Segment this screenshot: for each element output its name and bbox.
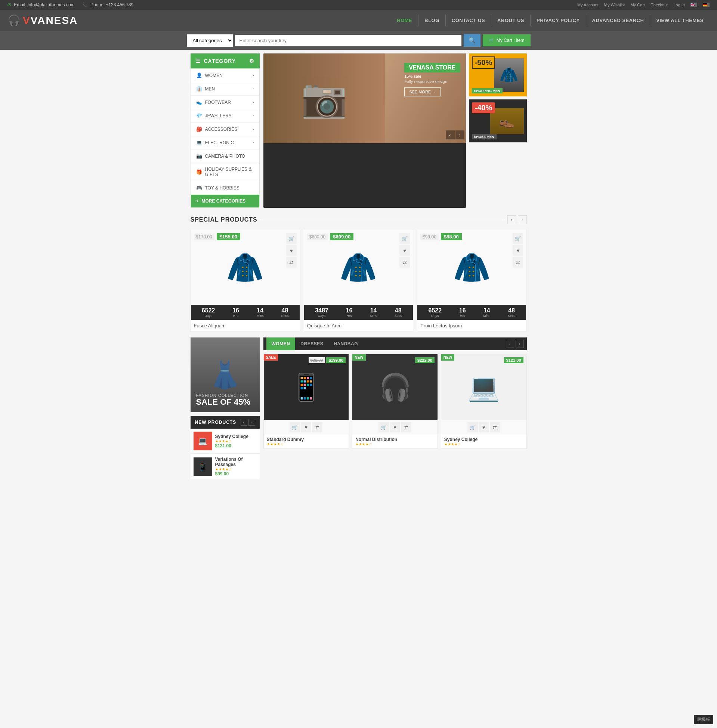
cart-button[interactable]: 🛒 My Cart : item <box>483 34 531 46</box>
sidebar-item-camera[interactable]: 📷CAMERA & PHOTO <box>191 150 259 163</box>
product-name-1: Fusce Aliquam <box>194 323 297 328</box>
countdown-row-1: 6522Days 16Hrs 14Mins 48Secs <box>193 307 297 317</box>
new-products-title: NEW PRODUCTS <box>195 420 236 425</box>
sidebar-label-holiday: HOLIDAY SUPPLIES & GIFTS <box>205 167 254 177</box>
product-price-area-2: $800.00 $699.00 <box>307 233 354 240</box>
add-to-cart-btn-2[interactable]: 🛒 <box>400 233 410 244</box>
checkout-link[interactable]: Checkout <box>650 3 668 7</box>
add-to-cart-btn-1[interactable]: 🛒 <box>286 233 297 244</box>
women-icon: 👤 <box>196 73 202 78</box>
new-products-prev-btn[interactable]: ‹ <box>241 419 247 426</box>
new-product-stars-1: ★★★★☆ <box>215 439 257 443</box>
nav-blog[interactable]: BLOG <box>418 15 446 26</box>
tabbed-info-2: Normal Distribution ★★★★☆ <box>352 435 438 449</box>
sidebar-item-electronic[interactable]: 💻ELECTRONIC › <box>191 136 259 150</box>
tabbed-product-2: NEW $222.00 🎧 🛒 ♥ ⇄ Normal Distribution … <box>352 354 438 449</box>
bottom-layout: 👗 FASHION COLLECTION SALE OF 45% NEW PRO… <box>191 337 527 480</box>
my-wishlist-link[interactable]: My Wishlist <box>604 3 625 7</box>
logo[interactable]: 🎧 VVANESA <box>8 14 78 26</box>
more-categories-label: MORE CATEGORIES <box>202 198 246 204</box>
banner-shopping-men[interactable]: -50% 🧥 SHOPPING MEN <box>469 53 527 96</box>
search-input[interactable] <box>235 35 461 46</box>
chevron-right-icon-3: › <box>253 100 254 104</box>
product-old-price-3: $99.00 <box>420 234 439 240</box>
slider-see-more-button[interactable]: SEE MORE → <box>404 87 441 96</box>
compare-btn-1[interactable]: ⇄ <box>286 257 297 267</box>
flag-de[interactable]: 🇩🇪 <box>703 3 709 7</box>
my-cart-link[interactable]: My Cart <box>630 3 645 7</box>
tabbed-info-1: Standard Dummy ★★★★☆ <box>264 435 349 449</box>
nav-home[interactable]: HOME <box>391 15 418 26</box>
my-account-link[interactable]: My Account <box>577 3 598 7</box>
add-to-cart-btn-3[interactable]: 🛒 <box>513 233 523 244</box>
sidebar-item-men[interactable]: 👔MEN › <box>191 82 259 96</box>
discount-badge-shoes: -40% <box>472 102 496 113</box>
special-next-button[interactable]: › <box>518 215 527 224</box>
sidebar-label-toy: TOY & HOBBIES <box>205 185 240 191</box>
tabbed-wish-btn-1[interactable]: ♥ <box>301 422 311 432</box>
nav-contact[interactable]: CONTACT US <box>446 15 491 26</box>
product-img-coat-3: 🧥 <box>453 250 491 285</box>
sidebar-item-toy[interactable]: 🎮TOY & HOBBIES <box>191 181 259 195</box>
sidebar-item-holiday[interactable]: 🎁HOLIDAY SUPPLIES & GIFTS <box>191 163 259 181</box>
category-select[interactable]: All categories <box>187 34 233 47</box>
banner-shoes-men[interactable]: -40% 👞 SHOES MEN <box>469 99 527 142</box>
tabbed-cart-btn-3[interactable]: 🛒 <box>467 422 478 432</box>
compare-btn-3[interactable]: ⇄ <box>513 257 523 267</box>
slider-next-button[interactable]: › <box>455 130 464 139</box>
hero-layout: ☰ CATEGORY ⚙ 👤WOMEN › 👔MEN › 👟FOOTWEAR › <box>191 53 527 208</box>
nav-advanced-search[interactable]: ADVANCED SEARCH <box>586 15 650 26</box>
nav-view-all-themes[interactable]: VIEW ALL THEMES <box>650 15 709 26</box>
new-products-next-btn[interactable]: › <box>249 419 255 426</box>
tab-next-btn[interactable]: › <box>516 340 524 348</box>
product-card-2: $800.00 $699.00 🧥 🛒 ♥ ⇄ 3487Days 16Hrs 1… <box>304 230 413 332</box>
nav-privacy[interactable]: PRIVACY POLICY <box>531 15 586 26</box>
toy-icon: 🎮 <box>196 185 202 191</box>
tabbed-actions-1: 🛒 ♥ ⇄ <box>264 420 349 435</box>
tabbed-compare-btn-1[interactable]: ⇄ <box>312 422 322 432</box>
tabbed-name-1: Standard Dummy <box>267 437 346 442</box>
sidebar-item-jewellery[interactable]: 💎JEWELLERY › <box>191 109 259 122</box>
sidebar-item-footwear[interactable]: 👟FOOTWEAR › <box>191 96 259 109</box>
tabbed-cart-btn-1[interactable]: 🛒 <box>290 422 300 432</box>
email-info: ✉ Email: info@plazathemes.com <box>8 2 75 8</box>
slider-title: VENASA STORE <box>404 63 460 73</box>
login-link[interactable]: Log In <box>673 3 685 7</box>
tab-women[interactable]: WOMEN <box>266 337 296 350</box>
tab-handbag[interactable]: HANDBAG <box>328 337 363 350</box>
search-button[interactable]: 🔍 <box>464 34 481 47</box>
nav-about[interactable]: ABOUT US <box>491 15 531 26</box>
tab-dresses[interactable]: DRESSES <box>295 337 328 350</box>
tabbed-wish-btn-2[interactable]: ♥ <box>390 422 400 432</box>
sidebar-item-women[interactable]: 👤WOMEN › <box>191 69 259 82</box>
slider-prev-button[interactable]: ‹ <box>446 130 455 139</box>
left-column: 👗 FASHION COLLECTION SALE OF 45% NEW PRO… <box>191 337 260 480</box>
email-value: info@plazathemes.com <box>27 2 75 8</box>
sidebar-more-categories[interactable]: + MORE CATEGORIES <box>191 195 259 208</box>
promo-banner[interactable]: 👗 FASHION COLLECTION SALE OF 45% <box>191 337 260 412</box>
topbar-links: My Account My Wishlist My Cart Checkout … <box>577 3 709 7</box>
logo-text: VVANESA <box>23 15 78 26</box>
men-icon: 👔 <box>196 86 202 92</box>
slider-text: VENASA STORE 15% sale Fully responsive d… <box>404 63 460 96</box>
compare-btn-2[interactable]: ⇄ <box>400 257 410 267</box>
email-label: Email: <box>14 2 26 8</box>
new-product-item-1[interactable]: 💻 Sydney College ★★★★☆ $121.00 <box>191 429 260 454</box>
tabbed-compare-btn-3[interactable]: ⇄ <box>490 422 500 432</box>
tabbed-price-label-3: $121.00 <box>504 357 523 363</box>
tab-prev-btn[interactable]: ‹ <box>506 340 514 348</box>
tabbed-img-1: 📱 <box>290 372 322 403</box>
tabbed-cart-btn-2[interactable]: 🛒 <box>378 422 389 432</box>
special-prev-button[interactable]: ‹ <box>507 215 516 224</box>
wishlist-btn-1[interactable]: ♥ <box>286 245 297 256</box>
tabbed-wish-btn-3[interactable]: ♥ <box>479 422 489 432</box>
sidebar-item-accessories[interactable]: 🎒ACCESSORIES › <box>191 122 259 136</box>
new-product-price-1: $121.00 <box>215 443 257 449</box>
wishlist-btn-3[interactable]: ♥ <box>513 245 523 256</box>
new-product-item-2[interactable]: 📱 Variations Of Passages ★★★★☆ $99.00 <box>191 454 260 480</box>
main-slider[interactable]: 📷 VENASA STORE 15% sale Fully responsive… <box>263 53 466 208</box>
wishlist-btn-2[interactable]: ♥ <box>400 245 410 256</box>
flag-en[interactable]: 🇬🇧 <box>691 3 697 7</box>
tabbed-compare-btn-2[interactable]: ⇄ <box>401 422 411 432</box>
tabbed-info-3: Sydney College ★★★★☆ <box>441 435 526 449</box>
